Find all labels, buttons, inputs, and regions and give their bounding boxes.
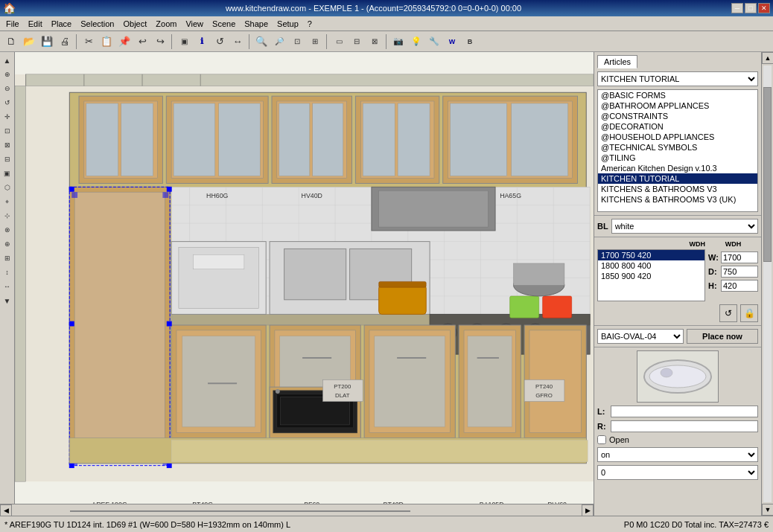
toolbar-print[interactable]: 🖨 [57, 33, 73, 50]
hscroll-left[interactable]: ◀ [0, 504, 12, 516]
color-dropdown[interactable]: white beige grey [611, 219, 758, 234]
left-btn-2[interactable]: ⊖ [1, 82, 14, 95]
menu-object[interactable]: Object [119, 18, 152, 30]
list-item[interactable]: American Kitchen Design v.10.3 [598, 163, 757, 173]
left-btn-7[interactable]: ⊟ [1, 153, 14, 166]
toolbar-open[interactable]: 📂 [21, 33, 37, 50]
svg-rect-40 [363, 103, 395, 176]
dims-listbox[interactable]: 1700 750 420 1800 800 400 1850 900 420 [597, 249, 705, 301]
left-btn-16[interactable]: ↔ [1, 280, 14, 293]
toolbar-undo[interactable]: ↩ [134, 33, 150, 50]
vscroll-down[interactable]: ▼ [762, 504, 773, 516]
article-select-section: BAIG-OVAL-04 BAIG-RECT-01 BAIG-CORNER-02… [594, 326, 761, 347]
left-btn-12[interactable]: ⊗ [1, 223, 14, 237]
l-input[interactable] [611, 406, 758, 417]
list-item[interactable]: @BATHROOM APPLIANCES [598, 100, 757, 111]
list-item[interactable]: @DECORATION [598, 121, 757, 132]
left-btn-1[interactable]: ⊕ [1, 68, 14, 81]
on-off-dropdown[interactable]: on off [597, 447, 758, 462]
toolbar-w[interactable]: W [444, 33, 460, 50]
d-input[interactable] [721, 266, 758, 278]
svg-point-78 [276, 389, 280, 394]
left-btn-3[interactable]: ↺ [1, 96, 14, 109]
toolbar-light[interactable]: 💡 [408, 33, 424, 50]
left-btn-15[interactable]: ↕ [1, 266, 14, 279]
toolbar-zoom-window[interactable]: ⊞ [307, 33, 323, 50]
list-item[interactable]: KITCHENS & BATHROOMS V3 [598, 184, 757, 194]
menu-file[interactable]: File [1, 18, 24, 30]
list-item[interactable]: KITCHENS & BATHROOMS V3 (UK) [598, 194, 757, 205]
category-dropdown[interactable]: @BATHROOM APPLIANCES @BASIC FORMS @CONST… [597, 71, 758, 86]
left-btn-13[interactable]: ⊕ [1, 237, 14, 251]
left-scroll-down[interactable]: ▼ [1, 294, 14, 307]
left-btn-11[interactable]: ⊹ [1, 209, 14, 222]
menu-help[interactable]: ? [303, 18, 316, 30]
dims-row[interactable]: 1850 900 420 [598, 271, 704, 281]
h-input[interactable] [721, 280, 758, 292]
menu-edit[interactable]: Edit [24, 18, 47, 30]
bath-preview-image [637, 350, 719, 403]
menu-setup[interactable]: Setup [273, 18, 303, 30]
r-input[interactable] [611, 420, 758, 432]
list-item[interactable]: @BASIC FORMS [598, 90, 757, 100]
lock-button[interactable]: 🔒 [740, 304, 758, 322]
menu-place[interactable]: Place [47, 18, 77, 30]
close-button[interactable]: ✕ [758, 3, 770, 13]
refresh-button[interactable]: ↺ [719, 304, 737, 322]
left-btn-10[interactable]: ⌖ [1, 195, 14, 208]
menu-scene[interactable]: Scene [208, 18, 240, 30]
list-item-selected[interactable]: KITCHEN TUTORIAL [598, 173, 757, 184]
horizontal-scrollbar[interactable]: ◀ ▶ [0, 504, 594, 516]
open-checkbox[interactable] [597, 435, 606, 444]
toolbar-zoom-fit[interactable]: ⊡ [289, 33, 305, 50]
left-btn-5[interactable]: ⊡ [1, 124, 14, 138]
toolbar-camera[interactable]: 📷 [390, 33, 407, 50]
menu-shape[interactable]: Shape [240, 18, 273, 30]
left-btn-14[interactable]: ⊞ [1, 251, 14, 265]
zero-dropdown[interactable]: 0 1 2 [597, 465, 758, 480]
dims-row[interactable]: 1800 800 400 [598, 260, 704, 271]
hscroll-right[interactable]: ▶ [582, 504, 594, 516]
left-btn-8[interactable]: ▣ [1, 167, 14, 180]
toolbar-copy[interactable]: 📋 [98, 33, 115, 50]
list-item[interactable]: @HOUSEHOLD APPLIANCES [598, 132, 757, 142]
svg-rect-93 [379, 281, 427, 287]
toolbar-rectangle[interactable]: ▭ [331, 33, 347, 50]
vertical-scrollbar[interactable]: ▲ ▼ [761, 52, 773, 516]
maximize-button[interactable]: □ [745, 3, 757, 13]
vscroll-up[interactable]: ▲ [762, 52, 773, 64]
menu-zoom[interactable]: Zoom [151, 18, 181, 30]
article-list[interactable]: @BASIC FORMS @BATHROOM APPLIANCES @CONST… [597, 89, 758, 212]
list-item[interactable]: @TECHNICAL SYMBOLS [598, 142, 757, 153]
toolbar-settings[interactable]: 🔧 [426, 33, 442, 50]
left-btn-6[interactable]: ⊠ [1, 138, 14, 152]
toolbar-paste[interactable]: 📌 [116, 33, 133, 50]
article-model-dropdown[interactable]: BAIG-OVAL-04 BAIG-RECT-01 BAIG-CORNER-02 [597, 329, 684, 344]
toolbar-b[interactable]: B [462, 33, 478, 50]
toolbar-plan[interactable]: ⊠ [366, 33, 383, 50]
minimize-button[interactable]: ─ [731, 3, 743, 13]
toolbar-save[interactable]: 💾 [39, 33, 55, 50]
list-item[interactable]: @TILING [598, 153, 757, 163]
left-btn-9[interactable]: ⬡ [1, 181, 14, 194]
toolbar-rotate[interactable]: ↺ [211, 33, 228, 50]
toolbar-new[interactable]: 🗋 [3, 33, 19, 50]
toolbar-zoom-in[interactable]: 🔍 [253, 33, 270, 50]
toolbar-select[interactable]: ▣ [176, 33, 192, 50]
tab-articles[interactable]: Articles [597, 55, 637, 68]
toolbar-mirror[interactable]: ↔ [229, 33, 246, 50]
toolbar-elevation[interactable]: ⊟ [349, 33, 365, 50]
toolbar-zoom-out[interactable]: 🔎 [271, 33, 287, 50]
toolbar-info[interactable]: ℹ [194, 33, 210, 50]
place-now-button[interactable]: Place now [687, 329, 758, 344]
left-btn-4[interactable]: ✛ [1, 110, 14, 124]
toolbar-cut[interactable]: ✂ [80, 33, 97, 50]
menu-view[interactable]: View [181, 18, 208, 30]
toolbar-redo[interactable]: ↪ [152, 33, 168, 50]
dims-row-selected[interactable]: 1700 750 420 [598, 250, 704, 260]
canvas-area[interactable]: HV40G HH60G HV40D H40D HA65G [15, 52, 594, 504]
list-item[interactable]: @CONSTRAINTS [598, 111, 757, 121]
w-input[interactable] [721, 251, 758, 263]
menu-selection[interactable]: Selection [76, 18, 118, 30]
left-scroll-up[interactable]: ▲ [1, 54, 14, 67]
